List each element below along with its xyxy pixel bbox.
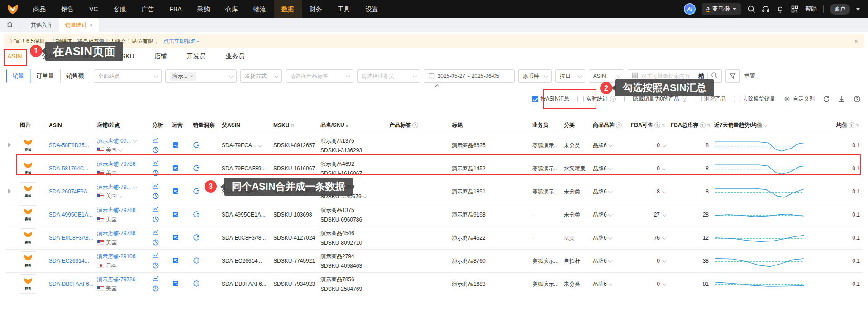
- tab-close-icon[interactable]: ×: [90, 22, 92, 28]
- account-button[interactable]: 账户: [830, 4, 850, 15]
- nav-item-物流[interactable]: 物流: [246, 0, 274, 18]
- refresh-icon[interactable]: [823, 96, 830, 103]
- line-chart-icon[interactable]: [152, 159, 159, 168]
- column-header-分析[interactable]: 分析: [149, 117, 169, 134]
- product-image[interactable]: 赛狐: [20, 274, 36, 294]
- checkbox-box[interactable]: [734, 96, 740, 102]
- currency-select[interactable]: 原币种: [518, 69, 552, 83]
- nav-item-销售[interactable]: 销售: [53, 0, 81, 18]
- line-chart-icon[interactable]: [152, 206, 159, 214]
- sales-insight-icon[interactable]: [193, 190, 200, 196]
- search-input[interactable]: [641, 73, 695, 79]
- column-header-店铺/站点[interactable]: 店铺/站点: [94, 117, 149, 134]
- line-chart-icon[interactable]: [152, 252, 159, 260]
- product-image[interactable]: 赛狐: [20, 251, 36, 270]
- asin-link[interactable]: SDA-26074E9A...: [49, 188, 92, 195]
- dimension-tab-开发员[interactable]: 开发员: [186, 51, 207, 63]
- qr-grid-icon[interactable]: [791, 5, 799, 13]
- marketplace-selector[interactable]: a 亚马逊: [702, 3, 741, 15]
- sort-icon[interactable]: ⇅: [856, 123, 859, 128]
- nav-item-仓库[interactable]: 仓库: [218, 0, 246, 18]
- headset-icon[interactable]: [762, 5, 770, 13]
- line-chart-icon[interactable]: [152, 229, 159, 237]
- column-header-MSKU[interactable]: MSKU⇅: [271, 117, 318, 134]
- banner-close-icon[interactable]: ×: [854, 38, 858, 45]
- salesman-select[interactable]: 请选择业务员: [357, 69, 420, 83]
- granularity-select[interactable]: 按日: [555, 69, 585, 83]
- checkbox-box[interactable]: [532, 96, 538, 102]
- nav-item-工具[interactable]: 工具: [330, 0, 358, 18]
- batch-search-icon[interactable]: [632, 72, 638, 80]
- collapse-filters-caret[interactable]: [434, 85, 441, 89]
- reset-button[interactable]: 重置: [744, 72, 755, 80]
- checkbox-去除换货销量[interactable]: 去除换货销量: [734, 95, 775, 103]
- sort-icon[interactable]: ⇅: [662, 123, 665, 128]
- line-chart-icon[interactable]: [152, 275, 159, 284]
- nav-item-广告[interactable]: 广告: [134, 0, 162, 18]
- workspace-tab[interactable]: 销量统计×: [59, 18, 99, 32]
- ops-note-icon[interactable]: [172, 282, 179, 289]
- store-link[interactable]: 演示店铺-79...: [97, 184, 131, 190]
- store-link[interactable]: 演示店铺-00...: [97, 138, 131, 144]
- expand-row-icon[interactable]: [8, 189, 11, 193]
- help-circle-icon[interactable]: [854, 96, 861, 103]
- sales-insight-icon[interactable]: [193, 282, 200, 289]
- asin-link[interactable]: SDA-EC26614...: [49, 258, 89, 264]
- nav-item-设置[interactable]: 设置: [358, 0, 386, 18]
- time-pie-icon[interactable]: [152, 169, 159, 178]
- time-pie-icon[interactable]: [152, 146, 159, 155]
- sales-insight-icon[interactable]: [193, 213, 200, 219]
- notification-bell-icon[interactable]: [776, 5, 784, 13]
- product-image[interactable]: 赛狐: [20, 205, 36, 224]
- tag-remove-icon[interactable]: ×: [190, 73, 193, 79]
- time-pie-icon[interactable]: [152, 193, 159, 201]
- checkbox-实时统计[interactable]: 实时统计?: [577, 95, 616, 103]
- product-image[interactable]: 赛狐: [20, 136, 36, 155]
- shipping-method-select[interactable]: 发货方式: [240, 69, 282, 83]
- column-header-近7天销量趋势/均值[interactable]: 近7天销量趋势/均值: [711, 117, 834, 134]
- metric-button-销售额[interactable]: 销售额: [60, 69, 90, 83]
- column-header-分类[interactable]: 分类: [561, 117, 590, 134]
- nav-item-财务[interactable]: 财务: [302, 0, 330, 18]
- sales-insight-icon[interactable]: [193, 236, 200, 242]
- asin-link[interactable]: SDA-581764C...: [49, 165, 88, 172]
- store-select[interactable]: 演示... ×: [165, 69, 237, 83]
- column-header-品名/SKU[interactable]: 品名/SKU≡: [318, 117, 386, 134]
- dimension-tab-业务员[interactable]: 业务员: [225, 51, 246, 63]
- store-link[interactable]: 演示店铺-79786: [97, 207, 135, 213]
- time-pie-icon[interactable]: [152, 239, 159, 247]
- home-icon[interactable]: [6, 21, 13, 29]
- help-link[interactable]: 帮助: [805, 5, 817, 13]
- download-icon[interactable]: [838, 96, 845, 103]
- column-header-运营[interactable]: 运营: [169, 117, 190, 134]
- asin-link[interactable]: SDA-58E8D35...: [49, 142, 89, 149]
- time-pie-icon[interactable]: [152, 216, 159, 224]
- time-pie-icon[interactable]: [152, 285, 159, 294]
- expand-row-icon[interactable]: [8, 143, 11, 147]
- asin-link[interactable]: SDA-DB0FAAF6...: [49, 281, 94, 287]
- product-image[interactable]: 赛狐: [20, 182, 36, 201]
- ops-note-icon[interactable]: [172, 213, 179, 219]
- nav-item-客服[interactable]: 客服: [105, 0, 134, 18]
- column-header-FBA总库存[interactable]: FBA总库存?⇅: [668, 117, 711, 134]
- checkbox-按ASIN汇总[interactable]: 按ASIN汇总: [532, 95, 569, 103]
- column-header-均值[interactable]: 均值?⇅: [834, 117, 863, 134]
- store-link[interactable]: 演示店铺-79786: [97, 161, 135, 167]
- checkbox-box[interactable]: [696, 96, 702, 102]
- dimension-tab-ASIN[interactable]: ASIN: [6, 51, 23, 63]
- nav-item-FBA[interactable]: FBA: [162, 0, 189, 18]
- asin-link[interactable]: SDA-4995CE1A...: [49, 212, 93, 218]
- banner-signup-link[interactable]: 点击立即报名~: [163, 38, 199, 45]
- metric-button-销量[interactable]: 销量: [6, 69, 30, 83]
- account-chevron-down-icon[interactable]: [856, 8, 860, 10]
- column-header-商品品牌[interactable]: 商品品牌?: [590, 117, 628, 134]
- sales-insight-icon[interactable]: [193, 144, 200, 150]
- date-range-picker[interactable]: 2025-05-27 ~ 2025-06-05: [424, 69, 515, 83]
- line-chart-icon[interactable]: [152, 183, 159, 191]
- sales-insight-icon[interactable]: [193, 167, 200, 173]
- sales-insight-icon[interactable]: [193, 259, 200, 265]
- site-select[interactable]: 全部站点: [94, 69, 162, 83]
- asin-link[interactable]: SDA-E0C8F3A8...: [49, 235, 93, 241]
- column-header-ASIN[interactable]: ASIN: [46, 117, 94, 134]
- ai-assistant-button[interactable]: AI: [684, 3, 696, 15]
